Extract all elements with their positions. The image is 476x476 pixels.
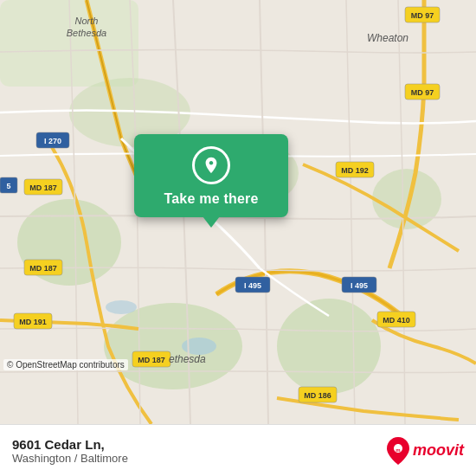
svg-text:m: m [396, 447, 400, 453]
svg-text:I 495: I 495 [244, 281, 261, 290]
svg-text:MD 97: MD 97 [411, 11, 434, 20]
svg-text:5: 5 [6, 182, 10, 190]
svg-point-2 [104, 303, 242, 389]
moovit-logo: m moovit [387, 437, 464, 465]
svg-text:MD 187: MD 187 [29, 183, 57, 192]
moovit-logo-text: moovit [413, 441, 464, 460]
address-text: 9601 Cedar Ln, [12, 437, 128, 452]
svg-text:MD 191: MD 191 [19, 318, 47, 326]
svg-text:MD 97: MD 97 [411, 88, 434, 97]
bethesda-map-label: ethesda [169, 353, 206, 365]
take-me-there-button[interactable]: Take me there [164, 191, 258, 207]
svg-point-9 [106, 300, 137, 314]
svg-text:Wheaton: Wheaton [367, 32, 408, 44]
city-text: Washington / Baltimore [12, 452, 128, 465]
svg-text:MD 410: MD 410 [383, 316, 410, 325]
svg-point-3 [277, 299, 381, 394]
svg-text:MD 187: MD 187 [138, 356, 165, 364]
location-icon-wrap [192, 146, 230, 184]
svg-text:MD 186: MD 186 [304, 391, 331, 400]
svg-text:Bethesda: Bethesda [67, 28, 106, 38]
svg-text:MD 187: MD 187 [29, 264, 57, 273]
copyright-text: © OpenStreetMap contributors [3, 359, 128, 370]
bottom-bar: 9601 Cedar Ln, Washington / Baltimore m … [0, 424, 476, 476]
svg-text:I 270: I 270 [44, 137, 61, 145]
svg-text:North: North [75, 16, 99, 26]
location-pin-icon [202, 156, 221, 175]
svg-text:MD 192: MD 192 [341, 166, 369, 175]
moovit-pin-icon: m [387, 437, 409, 465]
map-container: MD 97 MD 97 MD 192 MD 187 MD 187 MD 187 … [0, 0, 476, 424]
popup-card[interactable]: Take me there [134, 134, 288, 217]
svg-text:I 495: I 495 [351, 281, 368, 290]
svg-point-8 [182, 338, 216, 355]
address-section: 9601 Cedar Ln, Washington / Baltimore [12, 437, 128, 465]
